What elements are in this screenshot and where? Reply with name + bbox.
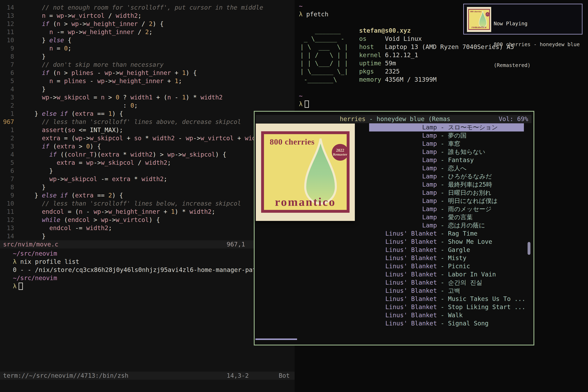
- track-row[interactable]: Lamp - 恋は月の蔭に: [254, 221, 534, 230]
- shell-command: pfetch: [302, 10, 328, 18]
- code-line[interactable]: 7 // don't skip more than necessary: [0, 61, 294, 69]
- terminal-buffer-name: term://~/src/neovim//4713:/bin/zsh: [3, 372, 128, 379]
- code-line[interactable]: 1 assert(so <= INT_MAX);: [0, 126, 294, 134]
- track-artist: Linus' Blanket: [254, 295, 437, 303]
- terminal-scroll-pos: Bot: [279, 372, 290, 380]
- track-row[interactable]: Lamp - 愛の言葉: [254, 213, 534, 221]
- vim-statusline: src/nvim/move.c 967,1: [0, 240, 294, 248]
- code-line[interactable]: 8 }: [0, 183, 294, 191]
- code-line[interactable]: 10 // less than 'scrolloff' lines below,…: [0, 200, 294, 208]
- track-row[interactable]: Linus' Blanket - Walk: [254, 311, 534, 319]
- track-row[interactable]: Linus' Blanket - Music Takes Us To ...: [254, 295, 534, 303]
- code-line[interactable]: 3 wp->w_skipcol = n > 0 ? width1 + (n - …: [0, 93, 294, 102]
- track-row[interactable]: Linus' Blanket - Show Me Love: [254, 238, 534, 246]
- code-line[interactable]: 5 extra = wp->w_skipcol / width2;: [0, 159, 294, 167]
- code-line[interactable]: 8 }: [0, 52, 294, 61]
- code-line[interactable]: 2 extra = (wp->w_skipcol + so * width2 -…: [0, 134, 294, 142]
- shell-pwd: ~: [299, 2, 302, 10]
- album-frame: 800 cherries2022Remasterromantico: [468, 9, 490, 30]
- track-row[interactable]: Linus' Blanket - Picnic: [254, 262, 534, 270]
- track-artist: Linus' Blanket: [254, 319, 437, 328]
- pfetch-row: memory 4356M / 31399M: [359, 76, 514, 84]
- shell-prompt-line[interactable]: λ: [299, 100, 309, 108]
- track-row[interactable]: Linus' Blanket - Signal Song: [254, 319, 534, 328]
- track-row[interactable]: Lamp - 車窓: [254, 140, 534, 148]
- code-line[interactable]: 11 endcol = (n - wp->w_height_inner + 1)…: [0, 208, 294, 216]
- code-buffer[interactable]: 14 // not enough room for 'scrolloff', p…: [0, 4, 294, 240]
- track-row[interactable]: Lamp - 誰も知らない: [254, 148, 534, 156]
- playback-progress-bar[interactable]: [256, 338, 297, 340]
- track-title: 誰も知らない: [448, 148, 485, 155]
- track-row[interactable]: Lamp - 雨のメッセージ: [254, 205, 534, 213]
- track-row[interactable]: Linus' Blanket - Misty: [254, 254, 534, 262]
- pfetch-row: host Laptop 13 (AMD Ryzen 7040Series) A5: [359, 43, 514, 51]
- code-line[interactable]: 967 // less than 'scrolloff' lines above…: [0, 118, 294, 126]
- code-line[interactable]: 12 while (endcol > wp->w_virtcol) {: [0, 216, 294, 224]
- line-number: 2: [3, 102, 17, 110]
- track-title: Show Me Love: [448, 238, 492, 245]
- line-number: 9: [3, 44, 17, 52]
- line-number: 13: [3, 12, 17, 20]
- track-row[interactable]: Linus' Blanket - 순간의 진실: [254, 278, 534, 287]
- track-row[interactable]: Lamp - 明日になれば僕は: [254, 197, 534, 205]
- code-line[interactable]: 10 } else {: [0, 36, 294, 44]
- line-number: 11: [3, 208, 17, 216]
- desktop: 14 // not enough room for 'scrolloff', p…: [0, 0, 588, 392]
- code-line[interactable]: 14 }: [0, 232, 294, 240]
- now-playing-notification[interactable]: 800 cherries2022Remasterromantico Now Pl…: [463, 4, 582, 34]
- track-row[interactable]: Lamp - 日曜日のお別れ: [254, 189, 534, 197]
- track-row[interactable]: Linus' Blanket - Gargle: [254, 246, 534, 254]
- track-title: Picnic: [448, 262, 470, 270]
- music-player-window[interactable]: [Playing] herries - honeydew blue (Remas…: [254, 111, 534, 346]
- track-row[interactable]: Linus' Blanket - Rag Time: [254, 230, 534, 238]
- code-line[interactable]: 9 n = 0;: [0, 44, 294, 52]
- line-number: 6: [3, 69, 17, 77]
- code-line[interactable]: 13 n = wp->w_virtcol / width2;: [0, 12, 294, 20]
- playlist[interactable]: Lamp - スロ〜モ〜ションLamp - 夢の国Lamp - 車窓Lamp -…: [254, 123, 534, 328]
- line-number: 13: [3, 224, 17, 232]
- code-line[interactable]: 3 if (extra > 0) {: [0, 142, 294, 150]
- track-row[interactable]: Linus' Blanket - Stop Liking Start ...: [254, 303, 534, 311]
- track-row[interactable]: Linus' Blanket - Labor In Vain: [254, 270, 534, 278]
- code-line[interactable]: 5 n = plines - wp->w_height_inner + 1;: [0, 77, 294, 85]
- track-row[interactable]: Lamp - 恋人へ: [254, 164, 534, 172]
- track-row[interactable]: Lamp - スロ〜モ〜ション: [254, 123, 534, 132]
- vim-terminal-buffer[interactable]: ~/src/neovimλ nix profile list0 - - /nix…: [3, 250, 260, 290]
- code-line[interactable]: 13 endcol -= width2;: [0, 224, 294, 232]
- track-row[interactable]: Lamp - 夢の国: [254, 132, 534, 140]
- track-artist: Lamp: [254, 205, 437, 213]
- code-line[interactable]: 4 }: [0, 85, 294, 93]
- line-number: 3: [3, 142, 17, 150]
- code-line[interactable]: 7 wp->w_skipcol -= extra * width2;: [0, 175, 294, 183]
- track-row[interactable]: Linus' Blanket - 고백: [254, 287, 534, 295]
- pfetch-row: os Void Linux: [359, 35, 514, 43]
- track-row[interactable]: Lamp - ひろがるなみだ: [254, 172, 534, 180]
- code-line[interactable]: 4 if ((colnr_T)(extra * width2) > wp->w_…: [0, 150, 294, 159]
- album-title-text: romantico: [469, 25, 489, 29]
- track-title: Labor In Vain: [448, 271, 496, 278]
- track-row[interactable]: Lamp - 最終列車は25時: [254, 180, 534, 189]
- code-line[interactable]: 6 if (n > plines - wp->w_height_inner + …: [0, 69, 294, 77]
- pfetch-row: kernel 6.12.12_1: [359, 51, 514, 59]
- code-line[interactable]: 11 n -= wp->w_height_inner / 2;: [0, 28, 294, 36]
- notification-album-thumbnail: 800 cherries2022Remasterromantico: [467, 7, 491, 32]
- code-line[interactable]: 2 : 0;: [0, 102, 294, 110]
- line-number: 12: [3, 20, 17, 28]
- track-title: 最終列車は25時: [448, 181, 492, 188]
- terminal-cursor: [304, 100, 309, 108]
- void-linux-ascii-logo: _______ _ \______ - | \ ___ \ | | | / \ …: [300, 26, 348, 84]
- code-line[interactable]: 12 if (n > wp->w_height_inner / 2) {: [0, 20, 294, 28]
- track-row[interactable]: Lamp - Fantasy: [254, 156, 534, 164]
- line-number: 4: [3, 150, 17, 159]
- code-line[interactable]: 1 } else if (extra == 1) {: [0, 110, 294, 118]
- line-number: 5: [3, 77, 17, 85]
- track-artist: Linus' Blanket: [254, 262, 437, 270]
- pfetch-info: stefan@s00.xyzos Void Linuxhost Laptop 1…: [359, 26, 514, 84]
- line-number: 8: [3, 183, 17, 191]
- code-line[interactable]: 14 // not enough room for 'scrolloff', p…: [0, 4, 294, 12]
- neovim-pane[interactable]: 14 // not enough room for 'scrolloff', p…: [0, 0, 294, 392]
- line-number: 7: [3, 61, 17, 69]
- code-line[interactable]: 6 }: [0, 167, 294, 175]
- playlist-scrollbar[interactable]: [528, 242, 530, 255]
- code-line[interactable]: 9 } else if (extra == 2) {: [0, 191, 294, 200]
